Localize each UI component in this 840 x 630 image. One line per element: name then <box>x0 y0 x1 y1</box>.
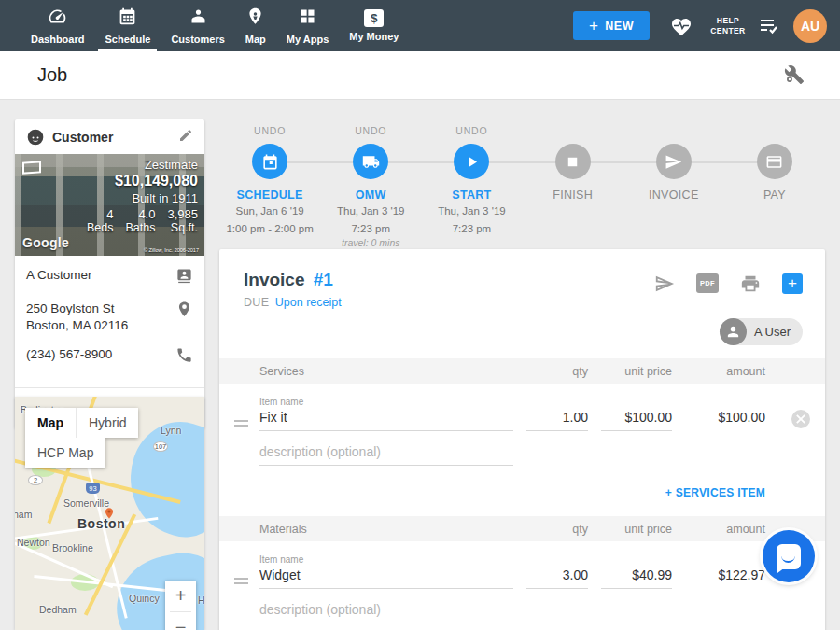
zoom-in-button[interactable]: + <box>165 581 196 611</box>
undo-omw-link[interactable]: UNDO <box>355 125 386 138</box>
nav-item-label: My Apps <box>287 34 329 45</box>
sqft-value: 3,985 <box>167 207 198 221</box>
step-label: FINISH <box>553 189 593 202</box>
invoice-step-button[interactable] <box>656 144 692 179</box>
section-title: Materials <box>259 523 307 536</box>
step-date: Thu, Jan 3 '19 <box>438 204 506 219</box>
step-label: OMW <box>356 189 386 202</box>
job-tools-icon[interactable] <box>784 64 806 87</box>
location-pin-icon[interactable] <box>175 301 193 322</box>
address-line2: Boston, MA 02116 <box>26 318 128 332</box>
phone-icon[interactable] <box>175 346 193 368</box>
map-label-dedham: Dedham <box>39 604 77 615</box>
calendar-icon <box>261 153 279 171</box>
contact-card-icon[interactable] <box>175 267 193 288</box>
material-qty-input[interactable]: 3.00 <box>526 567 588 589</box>
assignee-avatar-icon <box>720 318 747 345</box>
pay-step-button[interactable] <box>757 144 792 179</box>
apps-grid-icon <box>298 7 317 30</box>
invoice-header: Invoice #1 DUE Upon receipt PDF + <box>219 249 825 309</box>
service-qty-input[interactable]: 1.00 <box>526 410 588 431</box>
new-button[interactable]: + NEW <box>573 11 650 40</box>
timeline-step-start: UNDO START Thu, Jan 3 '19 7:23 pm <box>421 119 522 248</box>
services-section-header: Services qty unit price amount <box>219 358 825 384</box>
map-pin-icon <box>245 7 265 30</box>
nav-item-customers[interactable]: Customers <box>161 0 234 51</box>
app-screen: Dashboard Schedule Customers Map My Apps… <box>0 0 840 630</box>
material-description-input[interactable]: description (optional) <box>259 602 513 623</box>
undo-start-link[interactable]: UNDO <box>455 125 487 138</box>
chat-bubble-button[interactable] <box>763 530 815 582</box>
task-list-icon[interactable] <box>758 17 780 35</box>
service-description-input[interactable]: description (optional) <box>259 444 513 466</box>
drag-handle[interactable] <box>234 417 248 429</box>
nav-item-map[interactable]: Map <box>235 0 276 51</box>
timeline-step-pay: PAY <box>724 119 825 248</box>
timeline-step-schedule: UNDO SCHEDULE Sun, Jan 6 '19 1:00 pm - 2… <box>219 119 320 248</box>
money-icon: $ <box>364 9 384 27</box>
nav-item-label: Schedule <box>105 34 150 45</box>
map-type-hybrid-button[interactable]: Hybrid <box>76 408 138 438</box>
zestimate-value: $10,149,080 <box>87 173 198 189</box>
material-line-item: Item name Widget 3.00 $40.99 $122.97 des… <box>219 541 825 623</box>
edit-customer-icon[interactable] <box>178 128 193 147</box>
i93-shield: 93 <box>86 483 100 494</box>
zillow-copyright: © Zillow, Inc. 2006-2017 <box>144 247 199 253</box>
property-photo[interactable]: Zestimate $10,149,080 Built in 1911 4Bed… <box>15 154 204 256</box>
health-pulse-icon[interactable] <box>670 16 693 36</box>
nav-item-my-apps[interactable]: My Apps <box>276 0 339 51</box>
item-name-label: Item name <box>259 554 513 565</box>
service-amount: $100.00 <box>672 410 765 431</box>
nav-item-label: Customers <box>171 34 224 45</box>
plus-icon: + <box>589 18 598 34</box>
timeline-step-omw: UNDO OMW Thu, Jan 3 '19 7:23 pm travel: … <box>320 119 421 248</box>
invoice-card: Invoice #1 DUE Upon receipt PDF + <box>219 249 825 630</box>
step-date: Sun, Jan 6 '19 <box>236 204 304 219</box>
assignee-chip[interactable]: A User <box>720 318 803 345</box>
unit-price-column-header: unit price <box>588 523 672 536</box>
omw-step-button[interactable] <box>353 144 388 179</box>
service-item-name-input[interactable]: Fix it <box>259 410 513 431</box>
page-title: Job <box>37 64 67 86</box>
zoom-out-button[interactable]: − <box>165 612 196 630</box>
hcp-map-button[interactable]: HCP Map <box>25 438 105 468</box>
map-label-waltham: ham <box>15 509 32 520</box>
step-date: Thu, Jan 3 '19 <box>337 204 405 219</box>
map-label-brookline: Brookline <box>52 542 93 553</box>
nav-item-my-money[interactable]: $ My Money <box>339 0 409 51</box>
send-invoice-icon[interactable] <box>654 273 675 298</box>
add-invoice-icon[interactable]: + <box>782 273 803 294</box>
customer-card: Customer Zestimate $10,149,080 Built in … <box>15 119 204 428</box>
undo-schedule-link[interactable]: UNDO <box>254 125 286 138</box>
add-services-item-link[interactable]: + SERVICES ITEM <box>665 486 765 499</box>
material-item-name-input[interactable]: Widget <box>259 567 513 589</box>
drag-handle[interactable] <box>234 575 248 587</box>
invoice-number[interactable]: #1 <box>314 270 333 289</box>
print-icon[interactable] <box>740 273 761 298</box>
nav-right: + NEW HELP CENTER AU <box>573 0 840 51</box>
material-unit-price-input[interactable]: $40.99 <box>601 567 672 589</box>
dashboard-icon <box>48 7 67 30</box>
start-step-button[interactable] <box>454 144 489 179</box>
step-label: START <box>452 189 491 202</box>
pdf-icon[interactable]: PDF <box>696 273 719 293</box>
schedule-step-button[interactable] <box>252 144 287 179</box>
nav-item-dashboard[interactable]: Dashboard <box>21 0 94 51</box>
nav-item-schedule[interactable]: Schedule <box>94 0 161 51</box>
invoice-actions: PDF + <box>654 270 803 309</box>
invoice-title: Invoice <box>244 270 304 289</box>
title-bar: Job <box>0 51 840 100</box>
customer-phone-row: (234) 567-8900 <box>26 346 193 368</box>
truck-icon <box>362 153 380 171</box>
materials-section-header: Materials qty unit price amount <box>219 516 825 541</box>
zestimate-overlay: Zestimate $10,149,080 Built in 1911 4Bed… <box>87 158 198 234</box>
delete-service-item-button[interactable] <box>791 410 810 428</box>
finish-step-button[interactable] <box>555 144 591 179</box>
step-label: PAY <box>763 189 786 202</box>
service-unit-price-input[interactable]: $100.00 <box>601 410 672 431</box>
help-center-link[interactable]: HELP CENTER <box>706 16 750 35</box>
map-type-map-button[interactable]: Map <box>25 408 76 438</box>
due-terms-link[interactable]: Upon receipt <box>275 296 342 309</box>
user-avatar[interactable]: AU <box>793 9 827 43</box>
customer-phone: (234) 567-8900 <box>26 346 112 363</box>
